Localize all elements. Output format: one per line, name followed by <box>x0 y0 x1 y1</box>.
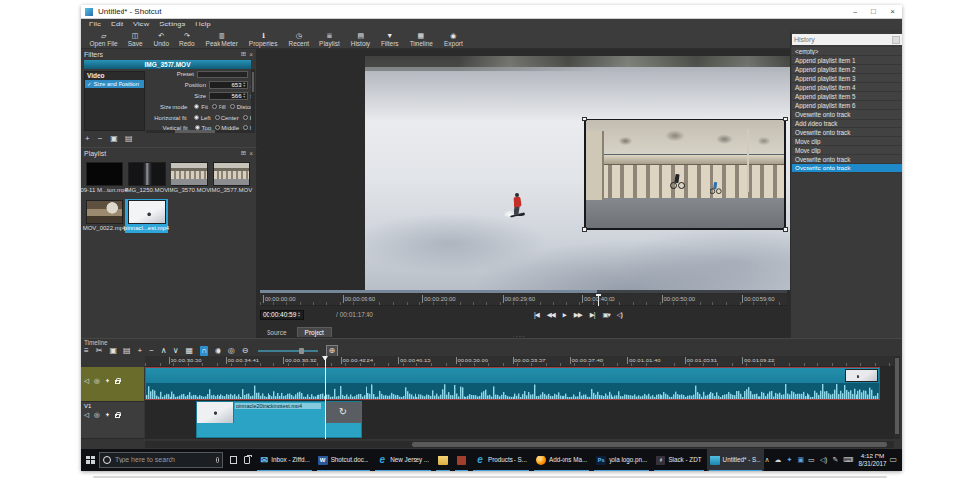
size-input[interactable]: 566▲▼ <box>209 92 248 100</box>
toolbar-recent[interactable]: ◷Recent <box>283 31 315 48</box>
taskbar-app-shotcut-doc[interactable]: WShotcut.doc... <box>315 449 373 471</box>
teams-app-icon[interactable]: ▣ <box>797 456 804 465</box>
filters-vertical-scrollbar[interactable] <box>251 69 255 133</box>
zoom-slider[interactable] <box>258 350 318 352</box>
filter-icon[interactable]: ✦ <box>105 377 110 385</box>
taskbar-app-add-ons-ma[interactable]: Add-ons Ma... <box>532 449 591 471</box>
timeline-vertical-scrollbar[interactable] <box>894 356 900 439</box>
taskbar-app-new-jersey[interactable]: eNew Jersey ... <box>373 449 433 471</box>
toolbar-redo[interactable]: ↷Redo <box>174 31 201 48</box>
history-item[interactable]: Append playlist item 3 <box>792 74 902 83</box>
lock-icon[interactable] <box>115 414 120 418</box>
playlist-item[interactable]: IMG_3577.MOV <box>210 161 252 195</box>
player-time-ruler[interactable]: 00:00:00:0000:00:09:6000:00:20:0000:00:2… <box>260 294 787 306</box>
preset-select[interactable] <box>197 71 248 78</box>
paste-icon[interactable]: ▤ <box>123 346 131 356</box>
chat-icon[interactable]: ▭ <box>808 456 815 465</box>
chevron-up-icon[interactable]: ∧ <box>764 456 769 465</box>
menu-icon[interactable]: ≡ <box>84 346 89 356</box>
radio-fit[interactable]: Fit <box>194 104 208 110</box>
zoom-slider-handle[interactable] <box>299 348 304 354</box>
hide-icon[interactable]: ◎ <box>94 377 100 385</box>
resize-handle-top-right[interactable] <box>783 117 788 121</box>
close-panel-icon[interactable]: × <box>249 150 253 157</box>
taskbar-app-inbox-ziffd[interactable]: ✉Inbox - Ziffd... <box>255 449 313 471</box>
menu-file[interactable]: File <box>84 19 106 30</box>
toolbar-filters[interactable]: ▼Filters <box>375 31 404 48</box>
spinner-icon[interactable]: ▲▼ <box>297 312 300 318</box>
ripple-icon[interactable]: ◎ <box>228 346 235 356</box>
toolbar-export[interactable]: ◉Export <box>438 31 467 48</box>
scrub-while-dragging-icon[interactable]: ◉ <box>215 346 221 356</box>
resize-handle-top-left[interactable] <box>582 117 587 121</box>
skip-to-end-button[interactable]: ▶| <box>590 310 595 320</box>
volume-icon[interactable]: ◁) <box>820 456 828 465</box>
ripple-delete-icon[interactable]: − <box>149 346 154 356</box>
keyboard-icon[interactable]: ⌨ <box>843 456 853 465</box>
history-item[interactable]: Move clip <box>792 146 902 155</box>
filter-item-size-and-position[interactable]: ✓ Size and Position <box>85 80 144 88</box>
playlist-item[interactable]: MOV_0022.mp4 <box>83 199 125 233</box>
resize-handle-bottom-right[interactable] <box>783 227 788 232</box>
track-head-v1[interactable]: V1◁◎✦ <box>81 402 144 439</box>
menu-settings[interactable]: Settings <box>154 19 190 30</box>
float-panel-icon[interactable]: ⊞ <box>241 149 246 157</box>
timeline-ruler[interactable]: 00:00:30:5000:00:34:4100:00:38:3200:00:4… <box>145 356 894 367</box>
history-item[interactable]: Overwrite onto track <box>792 164 902 172</box>
history-item[interactable]: Overwrite onto track <box>792 128 902 137</box>
pen-icon[interactable]: ✎ <box>832 456 838 465</box>
fast-forward-button[interactable]: ▶▶ <box>574 310 582 320</box>
float-panel-icon[interactable]: ⊞ <box>241 50 246 58</box>
size-position-vui-rect[interactable] <box>584 119 786 230</box>
history-item[interactable]: Add video track <box>792 120 902 128</box>
menu-view[interactable]: View <box>128 19 154 30</box>
menu-help[interactable]: Help <box>190 19 215 30</box>
picture-in-picture-overlay[interactable] <box>586 120 784 228</box>
lock-icon[interactable] <box>115 380 120 384</box>
playlist-item[interactable]: 09-11 M...ton.mp4 <box>83 161 125 195</box>
radio-center[interactable]: Center <box>215 115 239 120</box>
menu-edit[interactable]: Edit <box>106 19 128 30</box>
playlist-item[interactable]: pinnacl...est.mp4 <box>125 199 168 233</box>
start-button[interactable] <box>81 449 99 471</box>
toolbar-properties[interactable]: ℹProperties <box>243 31 283 48</box>
tab-source[interactable]: Source <box>260 328 294 337</box>
append-icon[interactable]: + <box>138 346 143 356</box>
history-item[interactable]: Overwrite onto track <box>792 155 902 164</box>
onedrive-cloud-icon[interactable]: ☁ <box>775 456 782 465</box>
add-filter-icon[interactable]: + <box>85 134 90 144</box>
toolbar-undo[interactable]: ↶Undo <box>148 31 174 48</box>
in-out-range-bar[interactable] <box>260 290 787 293</box>
in-out-menu-button[interactable]: ▣▾ <box>602 310 609 320</box>
history-item[interactable]: <empty> <box>792 47 902 56</box>
history-item[interactable]: Move clip <box>792 137 902 146</box>
store-button[interactable] <box>244 456 251 464</box>
history-item[interactable]: Append playlist item 4 <box>792 83 902 92</box>
taskbar-app-slack-zdt[interactable]: #Slack - ZDT <box>652 449 705 471</box>
task-view-button[interactable] <box>230 456 237 464</box>
action-center-button[interactable]: ▭ <box>889 456 897 464</box>
taskbar-app-explorer[interactable] <box>434 449 452 471</box>
close-button[interactable]: × <box>883 5 902 18</box>
zoom-out-icon[interactable]: ⊖ <box>242 346 249 356</box>
zoom-in-icon[interactable]: ⊕ <box>327 346 338 356</box>
cut-icon[interactable]: ✂ <box>96 346 103 356</box>
copy-icon[interactable]: ▣ <box>109 346 117 356</box>
filters-horizontal-scrollbar[interactable] <box>146 130 252 133</box>
history-item[interactable]: Append playlist item 2 <box>792 65 902 73</box>
current-position-input[interactable]: 00:00:40:59 ▲▼ <box>260 310 304 320</box>
maximize-button[interactable]: □ <box>864 5 883 18</box>
spinner-icon[interactable]: ▲▼ <box>243 82 246 88</box>
minimize-button[interactable]: – <box>846 5 864 18</box>
checkbox-checked-icon[interactable]: ✓ <box>87 81 92 87</box>
resize-handle-bottom-left[interactable] <box>582 227 587 232</box>
taskbar-app-office-red[interactable] <box>453 449 470 471</box>
snap-icon[interactable]: ∩ <box>200 346 208 356</box>
hide-icon[interactable]: ◎ <box>94 411 100 419</box>
history-item[interactable]: Overwrite onto track <box>792 110 902 119</box>
rewind-button[interactable]: ◀◀ <box>547 310 555 320</box>
playlist-item[interactable]: IMG_1250.MOV <box>125 161 168 195</box>
taskbar-app-untitled-s[interactable]: Untitled* - S... <box>707 449 765 471</box>
toolbar-peak-meter[interactable]: ▥Peak Meter <box>200 31 243 48</box>
remove-filter-icon[interactable]: − <box>98 134 103 144</box>
